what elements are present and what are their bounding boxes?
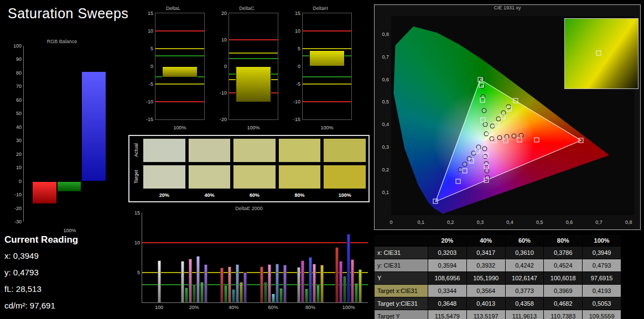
reference-line	[155, 101, 204, 102]
cie-1931-xy-chart: CIE 1931 xy 00,10,20,30,40,50,60,70,80,1…	[374, 4, 641, 230]
table-row-label: Target x:CIE31	[375, 285, 428, 297]
y-axis-tick-label: 0	[139, 64, 153, 69]
value-bar	[81, 71, 106, 181]
target-point	[477, 77, 482, 82]
bar-group	[220, 213, 247, 302]
table-cell: 111,9613	[505, 310, 544, 319]
target-point	[479, 82, 484, 87]
y-axis-tick-label: -10	[286, 99, 300, 104]
table-row: y: CIE310,35940,39320,42420,45240,4793	[375, 259, 621, 272]
deltae-bar	[158, 260, 161, 302]
row-label-actual: Actual	[133, 143, 139, 157]
saturation-data-table-host: 20%40%60%80%100%x: CIE310,32030,34170,36…	[374, 234, 621, 319]
target-point	[517, 138, 522, 143]
deltae-bar	[339, 261, 342, 302]
table-row-label: Target Y	[375, 310, 428, 319]
deltae-bar	[224, 285, 227, 302]
x-axis-tick-label: 0	[389, 219, 392, 225]
measurement-table-panel: 20%40%60%80%100%x: CIE310,32030,34170,36…	[374, 234, 621, 319]
y-axis-tick-label: 10	[139, 28, 153, 34]
measured-point	[496, 117, 501, 122]
actual-swatch	[233, 138, 276, 163]
x-axis-label: 100%	[23, 228, 116, 233]
x-axis-tick-label: 80%	[305, 305, 315, 310]
y-axis-tick-label: 0	[7, 179, 22, 184]
target-point	[501, 114, 506, 119]
saturation-data-table: 20%40%60%80%100%x: CIE310,32030,34170,36…	[374, 234, 621, 319]
y-axis-tick-label: 100	[7, 43, 22, 49]
deltae-bar	[200, 282, 204, 302]
reading-label: cd/m²:	[4, 301, 30, 310]
y-axis-tick-label: 0,1	[377, 190, 389, 195]
table-cell: 105,1990	[466, 272, 505, 285]
reference-line	[303, 101, 351, 102]
x-axis-tick-label: 0,5	[536, 219, 543, 225]
table-header-cell	[375, 235, 428, 247]
target-point	[433, 199, 438, 204]
table-cell: 0,4682	[544, 297, 583, 310]
target-point	[506, 107, 511, 112]
reference-line	[303, 30, 351, 32]
table-cell: 100,6018	[544, 272, 583, 285]
measured-point	[482, 147, 487, 151]
deltae-bar	[240, 282, 243, 302]
target-point	[484, 164, 489, 169]
x-axis-tick-label: 60%	[268, 305, 278, 310]
reference-line	[155, 55, 204, 56]
target-point	[481, 118, 486, 123]
table-row: Target x:CIE310,33440,35640,37730,39690,…	[375, 285, 621, 297]
reference-line	[155, 83, 204, 85]
reference-line	[229, 53, 278, 54]
x-axis-label: 100%	[155, 125, 205, 130]
table-cell: 0,3773	[505, 285, 544, 297]
actual-swatch	[143, 138, 186, 163]
delta-l-plot: 151050-5-10-15	[155, 13, 205, 120]
reading-line: x: 0,3949	[4, 248, 123, 264]
target-point	[579, 138, 584, 143]
table-cell: 109,5559	[583, 310, 621, 319]
y-axis-tick-label: 0	[212, 64, 227, 69]
delta-h-plot: 151050-5-10-15	[302, 13, 352, 120]
y-axis-tick-label: 5	[139, 46, 153, 51]
deltae-bar	[228, 266, 231, 302]
target-point	[495, 122, 500, 127]
bar-group	[158, 213, 161, 302]
x-axis-tick-label: 0,7	[595, 219, 603, 225]
target-swatch	[323, 165, 366, 189]
actual-swatch	[188, 138, 231, 163]
table-cell: 0,3949	[583, 247, 621, 259]
y-axis-tick-label: 15	[126, 210, 140, 216]
y-axis-tick-label: 0,8	[377, 32, 389, 37]
deltae-bar	[320, 265, 324, 302]
target-point	[503, 138, 508, 143]
table-row-label: Target y:CIE31	[375, 297, 428, 310]
deltae-bar	[220, 268, 224, 302]
y-axis-tick-label: 20	[212, 11, 227, 16]
y-axis-tick-label: 0,7	[377, 54, 389, 60]
target-point	[463, 168, 468, 173]
y-axis-tick-label: 0,3	[377, 144, 389, 150]
reference-line	[303, 48, 351, 49]
y-axis-tick-label: -10	[212, 90, 227, 96]
reading-value: 97,691	[30, 301, 55, 310]
saturation-percent-label: 40%	[188, 192, 231, 198]
y-axis-tick-label: -10	[7, 192, 22, 197]
table-cell: 0,5053	[583, 297, 621, 310]
target-point	[484, 153, 489, 158]
y-axis-tick-label: 0,2	[377, 167, 389, 172]
x-axis-label: 100%	[302, 125, 352, 130]
deltae-bar	[335, 247, 339, 302]
target-point	[455, 179, 460, 184]
y-axis-tick-label: 5	[286, 46, 300, 51]
measured-point	[482, 122, 487, 127]
y-axis-tick-label: 60	[7, 97, 22, 103]
table-header-cell: 20%	[428, 235, 467, 247]
y-axis-tick-label: 15	[139, 11, 153, 16]
target-point	[491, 138, 496, 143]
table-header-cell: 40%	[466, 235, 505, 247]
target-swatch	[143, 165, 186, 189]
x-axis-tick-label: 0,2	[447, 219, 454, 225]
cie-chart-title: CIE 1931 xy	[375, 5, 640, 11]
inset-target-point	[596, 50, 601, 55]
table-cell: 0,4193	[583, 285, 621, 297]
